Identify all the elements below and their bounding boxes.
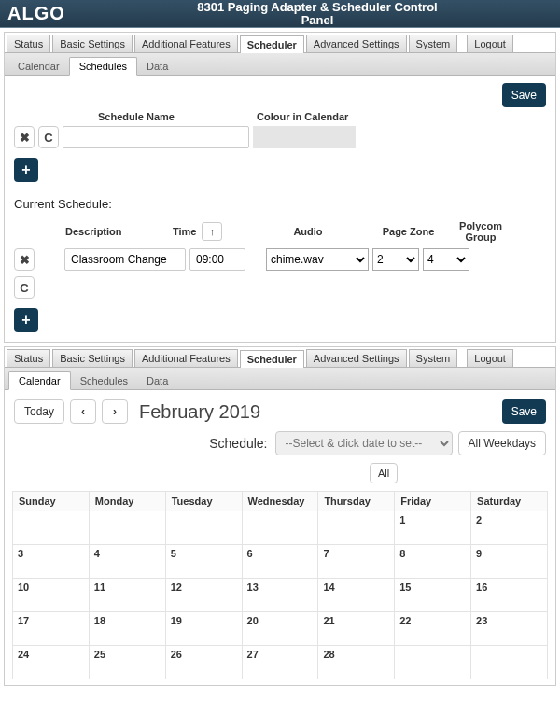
tab-system[interactable]: System xyxy=(409,349,458,367)
calendar-cell[interactable]: 23 xyxy=(471,612,548,646)
schedule-name-input[interactable] xyxy=(63,126,249,148)
item-letter-button[interactable]: C xyxy=(14,276,35,299)
calendar-cell[interactable] xyxy=(318,511,395,545)
subtab-data[interactable]: Data xyxy=(137,58,177,75)
calendar-cell[interactable]: 26 xyxy=(165,646,242,679)
subtab-schedules[interactable]: Schedules xyxy=(69,57,137,76)
tab-logout[interactable]: Logout xyxy=(467,35,513,52)
schedule-letter-button[interactable]: C xyxy=(38,126,59,148)
schedule-name-label: Schedule Name xyxy=(70,111,257,122)
close-icon: ✖ xyxy=(20,253,30,267)
tab-scheduler[interactable]: Scheduler xyxy=(240,35,304,53)
tab-logout[interactable]: Logout xyxy=(467,349,513,367)
schedule-letter-row: C xyxy=(14,276,546,299)
calendar-cell[interactable]: 19 xyxy=(165,612,242,646)
prev-month-button[interactable]: ‹ xyxy=(70,399,96,424)
weekday-header: Tuesday xyxy=(165,492,242,511)
subtab-calendar[interactable]: Calendar xyxy=(8,58,69,75)
current-schedule-title: Current Schedule: xyxy=(14,197,546,211)
calendar-cell[interactable]: 16 xyxy=(471,579,548,612)
calendar-cell[interactable]: 11 xyxy=(89,579,165,612)
calendar-cell[interactable] xyxy=(395,646,471,679)
colour-swatch[interactable] xyxy=(253,126,356,148)
calendar-panel: Status Basic Settings Additional Feature… xyxy=(4,346,556,686)
calendar-cell[interactable]: 25 xyxy=(89,646,165,679)
calendar-cell[interactable]: 1 xyxy=(395,511,471,545)
calendar-cell[interactable] xyxy=(89,511,165,545)
weekday-header: Sunday xyxy=(13,492,90,511)
tab-scheduler[interactable]: Scheduler xyxy=(240,350,304,368)
calendar-cell[interactable] xyxy=(471,646,548,679)
calendar-cell[interactable]: 15 xyxy=(395,579,471,612)
tab-system[interactable]: System xyxy=(409,35,458,52)
all-button[interactable]: All xyxy=(370,463,398,483)
all-row: All xyxy=(5,459,555,487)
calendar-cell[interactable]: 20 xyxy=(242,612,318,646)
page-zone-select[interactable]: 2 xyxy=(372,248,419,271)
time-input[interactable] xyxy=(189,248,245,271)
calendar-cell[interactable]: 22 xyxy=(395,612,471,646)
calendar-row: 3456789 xyxy=(13,545,548,579)
current-schedule-header: Description Time ↑ Audio Page Zone Polyc… xyxy=(14,220,546,243)
calendar-cell[interactable] xyxy=(165,511,242,545)
save-button[interactable]: Save xyxy=(502,83,546,107)
next-month-button[interactable]: › xyxy=(102,399,128,424)
calendar-cell[interactable]: 4 xyxy=(89,545,165,579)
calendar-cell[interactable] xyxy=(242,511,318,545)
calendar-cell[interactable]: 27 xyxy=(242,646,318,679)
tab-additional-features[interactable]: Additional Features xyxy=(134,349,238,367)
calendar-save-button[interactable]: Save xyxy=(502,399,546,424)
title-line1: 8301 Paging Adapter & Scheduler Control xyxy=(197,0,437,14)
description-input[interactable] xyxy=(64,248,186,271)
calendar-cell[interactable]: 13 xyxy=(242,579,318,612)
header-page-zone: Page Zone xyxy=(369,226,448,237)
audio-select[interactable]: chime.wav xyxy=(266,248,369,271)
arrow-up-icon: ↑ xyxy=(210,226,216,237)
schedules-panel: Status Basic Settings Additional Feature… xyxy=(4,32,556,343)
calendar-cell[interactable]: 10 xyxy=(13,579,90,612)
calendar-cell[interactable]: 17 xyxy=(13,612,90,646)
polycom-group-select[interactable]: 4 xyxy=(423,248,469,271)
calendar-cell[interactable] xyxy=(13,511,90,545)
sort-time-button[interactable]: ↑ xyxy=(202,222,222,241)
subtab-data[interactable]: Data xyxy=(137,372,177,389)
add-item-button[interactable]: + xyxy=(14,308,38,332)
calendar-cell[interactable]: 2 xyxy=(471,511,548,545)
calendar-cell[interactable]: 21 xyxy=(318,612,395,646)
calendar-row: 17181920212223 xyxy=(13,612,548,646)
add-schedule-button[interactable]: + xyxy=(14,158,38,182)
logo: ALGO xyxy=(7,3,82,24)
subtab-calendar[interactable]: Calendar xyxy=(8,371,71,390)
tab-basic-settings[interactable]: Basic Settings xyxy=(52,349,133,367)
calendar-cell[interactable]: 14 xyxy=(318,579,395,612)
calendar-cell[interactable]: 24 xyxy=(13,646,90,679)
calendar-cell[interactable]: 6 xyxy=(242,545,318,579)
weekday-header: Monday xyxy=(89,492,165,511)
tab-additional-features[interactable]: Additional Features xyxy=(134,35,238,52)
today-button[interactable]: Today xyxy=(14,399,64,424)
calendar-cell[interactable]: 3 xyxy=(13,545,90,579)
subtab-schedules[interactable]: Schedules xyxy=(71,372,137,389)
weekday-header: Friday xyxy=(395,492,471,511)
header-audio: Audio xyxy=(247,226,369,237)
tab-status[interactable]: Status xyxy=(7,349,50,367)
weekday-header: Wednesday xyxy=(242,492,318,511)
calendar-cell[interactable]: 5 xyxy=(165,545,242,579)
tab-advanced-settings[interactable]: Advanced Settings xyxy=(306,349,407,367)
tab-status[interactable]: Status xyxy=(7,35,50,52)
tab-basic-settings[interactable]: Basic Settings xyxy=(52,35,133,52)
header-description: Description xyxy=(14,226,173,237)
all-weekdays-button[interactable]: All Weekdays xyxy=(458,431,546,455)
calendar-month-title: February 2019 xyxy=(139,401,260,423)
calendar-cell[interactable]: 8 xyxy=(395,545,471,579)
calendar-cell[interactable]: 28 xyxy=(318,646,395,679)
tab-advanced-settings[interactable]: Advanced Settings xyxy=(306,35,407,52)
calendar-cell[interactable]: 18 xyxy=(89,612,165,646)
close-icon: ✖ xyxy=(20,131,30,145)
calendar-cell[interactable]: 9 xyxy=(471,545,548,579)
calendar-cell[interactable]: 12 xyxy=(165,579,242,612)
calendar-cell[interactable]: 7 xyxy=(318,545,395,579)
schedule-select[interactable]: --Select & click date to set-- xyxy=(275,431,453,455)
remove-item-button[interactable]: ✖ xyxy=(14,248,35,271)
remove-schedule-button[interactable]: ✖ xyxy=(14,126,35,148)
